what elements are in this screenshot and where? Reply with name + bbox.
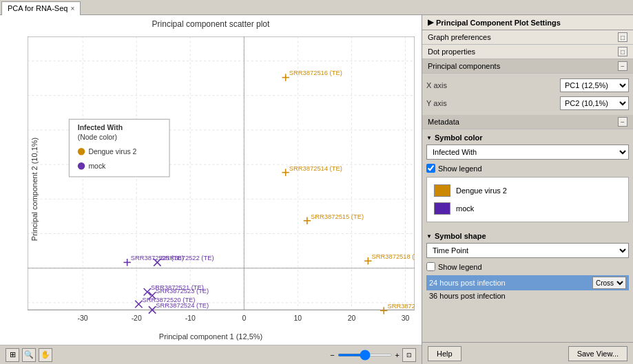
settings-header-arrow: ▶ — [428, 18, 433, 27]
svg-text:Infected With: Infected With — [78, 124, 123, 131]
svg-text:SRR3872515 (TE): SRR3872515 (TE) — [311, 213, 364, 220]
svg-text:-30: -30 — [78, 314, 88, 322]
legend-item-dengue: Dengue virus 2 — [433, 182, 623, 200]
svg-text:SRR3872517: SRR3872517 — [387, 303, 415, 310]
chart-toolbar: ⊞ 🔍 ✋ − + ⊡ — [0, 345, 422, 364]
svg-text:20: 20 — [348, 314, 356, 322]
symbol-color-select[interactable]: Infected With — [426, 144, 629, 160]
pc-content: X axis PC1 (12,5%) Y axis PC2 (10,1%) — [422, 74, 633, 115]
symbol-color-triangle: ▼ — [426, 135, 432, 141]
zoom-slider[interactable] — [338, 354, 393, 356]
chart-title: Principal component scatter plot — [0, 15, 422, 33]
x-axis-row: X axis PC1 (12,5%) — [426, 76, 629, 94]
dot-properties-collapse[interactable]: □ — [618, 47, 627, 56]
show-legend-checkbox[interactable] — [426, 164, 435, 173]
time-point-36h-label: 36 hours post infection — [429, 292, 506, 300]
symbol-color-section: ▼ Symbol color Infected With Show legend… — [422, 129, 633, 228]
save-view-button[interactable]: Save View... — [568, 346, 627, 361]
chart-tool-zoom[interactable]: 🔍 — [22, 348, 36, 362]
svg-text:-20: -20 — [132, 314, 142, 322]
tab-close-icon[interactable]: × — [70, 5, 74, 12]
chart-tool-select[interactable]: ⊞ — [6, 348, 19, 362]
legend-label-dengue: Dengue virus 2 — [456, 186, 507, 195]
symbol-shape-section: ▼ Symbol shape Time Point Show legend 24… — [422, 228, 633, 304]
content-area: Principal component scatter plot — [0, 15, 633, 364]
help-button[interactable]: Help — [428, 346, 461, 361]
zoom-plus-icon[interactable]: + — [395, 351, 399, 359]
x-axis-select[interactable]: PC1 (12,5%) — [560, 78, 629, 92]
symbol-shape-label: Symbol shape — [435, 232, 486, 240]
zoom-minus-icon[interactable]: − — [330, 351, 334, 359]
show-legend-row: Show legend — [426, 162, 629, 174]
tab-bar: PCA for RNA-Seq × — [0, 0, 633, 15]
legend-label-mock: mock — [456, 204, 474, 213]
chart-tool-pan[interactable]: ✋ — [39, 348, 52, 362]
svg-text:SRR3872522 (TE): SRR3872522 (TE) — [161, 255, 214, 261]
time-point-36h[interactable]: 36 hours post infection — [426, 290, 629, 301]
color-legend-box: Dengue virus 2 mock — [426, 177, 629, 222]
symbol-shape-triangle: ▼ — [426, 233, 432, 239]
y-axis-select[interactable]: PC2 (10,1%) — [560, 96, 629, 110]
metadata-header: Metadata − — [422, 115, 633, 129]
chart-body[interactable]: -30 -20 -10 0 10 20 30 60 50 40 30 20 10… — [0, 33, 422, 345]
legend-item-mock: mock — [433, 200, 623, 217]
fit-view-icon[interactable]: ⊡ — [402, 348, 416, 362]
symbol-shape-header: ▼ Symbol shape — [426, 231, 629, 243]
principal-components-collapse[interactable]: − — [618, 61, 627, 71]
principal-components-header: Principal components − — [422, 59, 633, 74]
tab-label: PCA for RNA-Seq — [8, 4, 68, 12]
time-point-24h-label: 24 hours post infection — [429, 279, 506, 287]
symbol-color-label: Symbol color — [435, 133, 483, 142]
show-legend2-label: Show legend — [438, 263, 482, 271]
svg-point-72 — [78, 148, 85, 155]
svg-text:Dengue virus 2: Dengue virus 2 — [88, 148, 136, 156]
svg-text:SRR3872518 (TE): SRR3872518 (TE) — [372, 253, 415, 260]
svg-text:10: 10 — [294, 314, 302, 322]
tab-pca[interactable]: PCA for RNA-Seq × — [1, 1, 81, 15]
show-legend2-checkbox[interactable] — [426, 262, 435, 271]
dot-properties-label: Dot properties — [428, 47, 475, 56]
metadata-collapse[interactable]: − — [618, 117, 627, 127]
settings-bottom-toolbar: Help Save View... — [422, 342, 633, 364]
svg-text:mock: mock — [88, 162, 106, 170]
x-axis-label: Principal component 1 (12,5%) — [159, 332, 262, 341]
show-legend-label: Show legend — [438, 164, 482, 173]
time-point-list: 24 hours post infection Cross 36 hours p… — [426, 275, 629, 301]
graph-preferences-label: Graph preferences — [428, 33, 491, 41]
legend-color-mock — [434, 202, 450, 215]
time-point-24h[interactable]: 24 hours post infection Cross — [426, 275, 629, 290]
dot-properties-row[interactable]: Dot properties □ — [422, 45, 633, 59]
svg-text:SRR3872523 (TE): SRR3872523 (TE) — [156, 288, 209, 295]
show-legend2-row: Show legend — [426, 261, 629, 272]
settings-panel: ▶ Principal Component Plot Settings Grap… — [422, 15, 633, 364]
svg-text:(Node color): (Node color) — [78, 133, 117, 141]
y-axis-label: Principal component 2 (10,1%) — [30, 137, 39, 240]
point-srr3872524: SRR3872524 (TE) — [149, 302, 209, 313]
chart-svg: -30 -20 -10 0 10 20 30 60 50 40 30 20 10… — [28, 36, 415, 324]
svg-text:SRR3872514 (TE): SRR3872514 (TE) — [289, 164, 342, 171]
y-axis-label-field: Y axis — [426, 99, 447, 107]
svg-text:-10: -10 — [185, 314, 196, 322]
settings-scroll[interactable]: Graph preferences □ Dot properties □ Pri… — [422, 30, 633, 342]
svg-text:SRR3872524 (TE): SRR3872524 (TE) — [156, 302, 209, 309]
graph-preferences-row[interactable]: Graph preferences □ — [422, 30, 633, 45]
settings-header-title: Principal Component Plot Settings — [436, 19, 561, 27]
principal-components-label: Principal components — [428, 62, 500, 70]
time-point-24h-shape[interactable]: Cross — [592, 277, 626, 289]
chart-panel: Principal component scatter plot — [0, 15, 422, 364]
x-axis-label: X axis — [426, 81, 447, 89]
settings-header: ▶ Principal Component Plot Settings — [422, 15, 633, 30]
svg-text:30: 30 — [402, 314, 410, 322]
svg-text:0: 0 — [242, 314, 246, 322]
y-axis-row: Y axis PC2 (10,1%) — [426, 94, 629, 112]
symbol-color-header: ▼ Symbol color — [426, 132, 629, 144]
symbol-shape-select[interactable]: Time Point — [426, 243, 629, 258]
legend-color-dengue — [434, 184, 450, 197]
graph-preferences-collapse[interactable]: □ — [618, 32, 627, 42]
svg-point-74 — [78, 162, 85, 169]
metadata-label: Metadata — [428, 118, 459, 126]
svg-text:SRR3872516 (TE): SRR3872516 (TE) — [289, 69, 342, 76]
